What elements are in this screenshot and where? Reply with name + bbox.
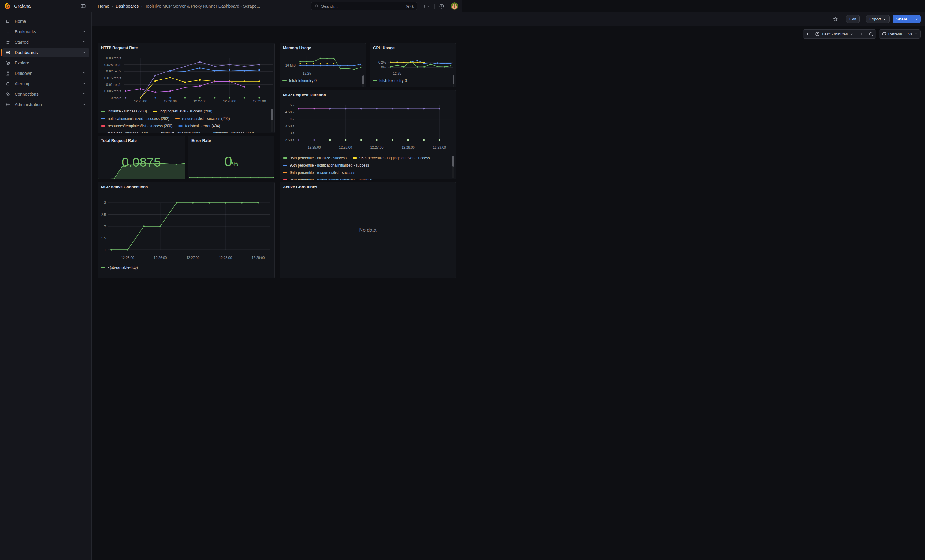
panel-title[interactable]: HTTP Request Rate: [101, 45, 138, 50]
total-request-rate-value: 0.0875: [98, 155, 185, 170]
sidebar-item-bookmarks[interactable]: Bookmarks: [3, 27, 89, 37]
user-avatar[interactable]: [451, 3, 458, 10]
sidebar-item-home[interactable]: Home: [3, 17, 89, 26]
http-legend: initialize - success (200)logging/setLev…: [101, 109, 268, 133]
topbar-actions: Search... ⌘+k: [311, 0, 458, 12]
svg-text:0.01 req/s: 0.01 req/s: [106, 83, 121, 87]
chevron-down-icon[interactable]: [82, 40, 86, 45]
legend-item[interactable]: resources/list - success (200): [175, 116, 230, 121]
mcp-active-connections-chart[interactable]: 32.521.5112:25:0012:26:0012:27:0012:28:0…: [98, 183, 274, 278]
legend-row: notifications/initialized - success (202…: [101, 116, 268, 121]
panel-http-request-rate: 0 req/s0.005 req/s0.01 req/s0.015 req/s0…: [98, 43, 275, 133]
panel-title[interactable]: MCP Active Connections: [101, 185, 148, 189]
legend-item[interactable]: tools/list - success (200): [154, 131, 200, 133]
legend-item[interactable]: unknown - success (200): [206, 131, 254, 133]
legend-scrollbar-track: [363, 75, 364, 87]
legend-item[interactable]: fetch-telemetry-0: [282, 78, 316, 83]
dashboard-toolbar: Edit Export Share: [92, 12, 462, 26]
svg-text:12:27:00: 12:27:00: [371, 146, 384, 149]
add-button[interactable]: [420, 2, 432, 11]
panel-title[interactable]: MCP Request Duration: [283, 93, 326, 97]
legend-scrollbar-track: [452, 156, 454, 178]
legend-item-label: tools/list - success (200): [161, 131, 200, 133]
chevron-down-icon[interactable]: [82, 102, 86, 107]
legend-scrollbar[interactable]: [452, 156, 454, 167]
legend-item-label: - (streamable-http): [108, 265, 138, 270]
svg-text:3.50 s: 3.50 s: [285, 124, 294, 128]
legend-item-label: tools/call - error (404): [185, 124, 220, 128]
legend-item-label: initialize - success (200): [108, 109, 147, 113]
sidebar-item-drilldown[interactable]: Drilldown: [3, 69, 89, 78]
svg-text:0.02 req/s: 0.02 req/s: [106, 69, 121, 73]
chevron-down-icon[interactable]: [82, 81, 86, 86]
chevron-down-icon[interactable]: [82, 29, 86, 34]
sidebar-item-administration[interactable]: Administration: [3, 100, 89, 110]
svg-text:2.5: 2.5: [101, 213, 106, 216]
chevron-down-icon[interactable]: [82, 50, 86, 55]
panel-title[interactable]: Total Request Rate: [101, 138, 137, 143]
search-placeholder: Search...: [321, 4, 404, 9]
svg-text:3: 3: [104, 201, 106, 204]
legend-scrollbar[interactable]: [453, 75, 454, 84]
legend-item[interactable]: 95th percentile - logging/setLevel - suc…: [353, 156, 430, 160]
svg-text:12:29:00: 12:29:00: [433, 146, 446, 149]
breadcrumb-dashboards[interactable]: Dashboards: [116, 4, 139, 9]
no-data-message: No data: [280, 183, 456, 278]
breadcrumb-home[interactable]: Home: [98, 4, 109, 9]
brand-area: Grafana: [0, 0, 92, 12]
sidebar-item-connections[interactable]: Connections: [3, 89, 89, 99]
sidebar-item-dashboards[interactable]: Dashboards: [3, 48, 89, 57]
legend-item[interactable]: fetch-telemetry-0: [372, 78, 407, 83]
legend-item[interactable]: resources/templates/list - success (200): [101, 124, 172, 128]
legend-item[interactable]: logging/setLevel - success (200): [153, 109, 212, 113]
legend-item-label: 95th percentile - notifications/initiali…: [290, 163, 369, 168]
svg-text:12:26:00: 12:26:00: [339, 146, 352, 149]
grafana-logo[interactable]: [4, 3, 11, 9]
svg-text:12:28:00: 12:28:00: [402, 146, 415, 149]
panel-title[interactable]: CPU Usage: [373, 45, 395, 50]
top-nav-bar: Grafana Home › Dashboards › ToolHive MCP…: [0, 0, 462, 12]
svg-text:0 req/s: 0 req/s: [111, 96, 121, 100]
legend-row: resources/templates/list - success (200)…: [101, 123, 268, 128]
memory-legend: fetch-telemetry-0: [282, 78, 359, 86]
sidebar-item-starred[interactable]: Starred: [3, 37, 89, 47]
sidebar-toggle-icon[interactable]: [79, 2, 87, 11]
error-rate-number: 0: [224, 153, 232, 169]
search-shortcut: ⌘+k: [406, 4, 414, 9]
legend-item[interactable]: initialize - success (200): [101, 109, 147, 113]
drilldown-icon: [6, 71, 11, 76]
legend-row: 95th percentile - initialize - success95…: [283, 156, 448, 161]
legend-item[interactable]: tools/call - success (200): [101, 131, 148, 133]
legend-row: tools/call - success (200)tools/list - s…: [101, 131, 268, 133]
legend-item[interactable]: 95th percentile - notifications/initiali…: [283, 163, 369, 168]
help-icon[interactable]: [437, 2, 446, 11]
legend-item[interactable]: notifications/initialized - success (202…: [101, 116, 169, 121]
legend-scrollbar[interactable]: [271, 109, 273, 120]
legend-item[interactable]: tools/call - error (404): [178, 124, 220, 128]
svg-text:0.2%: 0.2%: [378, 60, 386, 64]
legend-color-pill: [282, 80, 286, 81]
chevron-down-icon[interactable]: [82, 92, 86, 97]
legend-item-label: resources/templates/list - success (200): [108, 124, 172, 128]
panel-title[interactable]: Error Rate: [191, 138, 211, 143]
sidebar-item-alerting[interactable]: Alerting: [3, 79, 89, 89]
legend-item[interactable]: - (streamable-http): [101, 265, 138, 270]
legend-scrollbar[interactable]: [363, 75, 364, 84]
legend-color-pill: [283, 179, 287, 180]
legend-item[interactable]: 95th percentile - resources/list - succe…: [283, 171, 355, 175]
chevron-down-icon[interactable]: [82, 71, 86, 76]
legend-scrollbar-track: [453, 75, 454, 87]
search-input[interactable]: Search... ⌘+k: [311, 2, 417, 11]
legend-color-pill: [353, 158, 357, 159]
legend-row: - (streamable-http): [101, 265, 268, 270]
sidebar-item-explore[interactable]: Explore: [3, 58, 89, 68]
legend-item[interactable]: 95th percentile - resources/templates/li…: [283, 178, 372, 180]
svg-text:12:25: 12:25: [303, 72, 311, 75]
svg-text:12:26:00: 12:26:00: [164, 99, 177, 103]
legend-color-pill: [154, 133, 158, 133]
connections-legend: - (streamable-http): [101, 265, 268, 272]
legend-item[interactable]: 95th percentile - initialize - success: [283, 156, 346, 160]
legend-color-pill: [178, 125, 182, 126]
legend-item-label: 95th percentile - resources/list - succe…: [290, 171, 355, 175]
panel-title[interactable]: Memory Usage: [283, 45, 311, 50]
